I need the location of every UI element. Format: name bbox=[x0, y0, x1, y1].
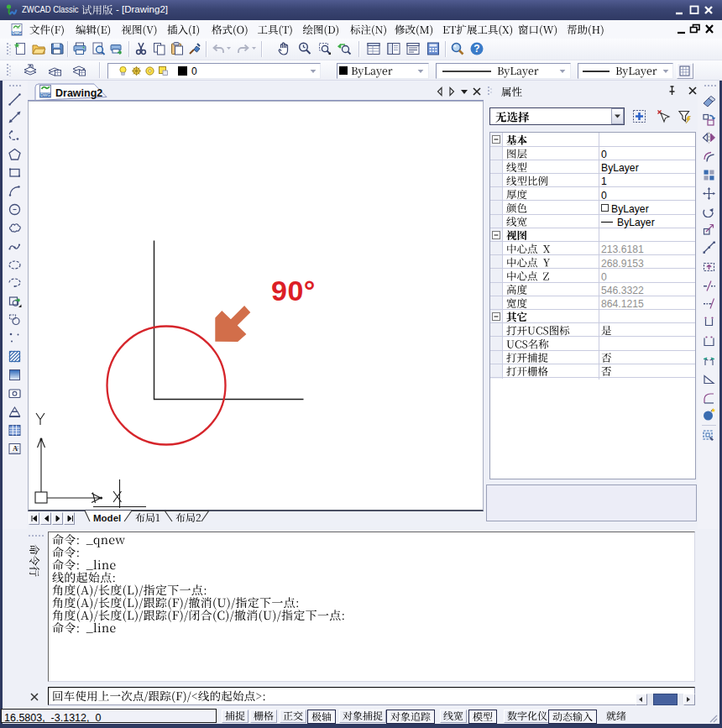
svg-text:?: ? bbox=[473, 43, 479, 55]
svg-text:DWG: DWG bbox=[12, 31, 22, 35]
svg-text:90°: 90° bbox=[271, 275, 316, 306]
svg-text:DWG: DWG bbox=[40, 92, 50, 97]
svg-text:A: A bbox=[13, 444, 18, 453]
